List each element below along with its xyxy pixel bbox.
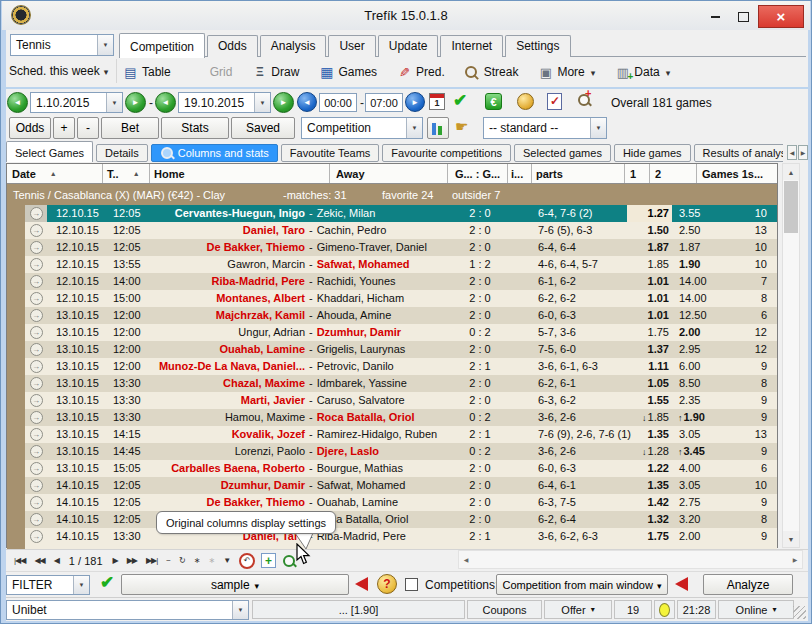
tab-settings[interactable]: Settings (505, 35, 570, 57)
row-open-cell[interactable] (25, 494, 47, 511)
schedule-dropdown[interactable]: Sched. this week (9, 64, 108, 78)
open-game-icon[interactable] (30, 445, 43, 458)
table-row[interactable]: 13.10.15 13:30 Chazal, Maxime - Idmbarek… (7, 375, 777, 392)
filter-check-icon[interactable]: ✔ (100, 572, 114, 593)
header-odds1[interactable]: 1 (625, 164, 650, 183)
open-game-icon[interactable] (30, 326, 43, 339)
vertical-scrollbar[interactable]: ▲ ▼ (782, 163, 800, 548)
toolbar-more[interactable]: More (538, 65, 595, 80)
button-bet[interactable]: Bet (101, 117, 159, 139)
row-open-cell[interactable] (25, 324, 47, 341)
date-to-prev-icon[interactable]: ◄ (155, 92, 176, 113)
date-from-select[interactable]: 1.10.2015 (30, 92, 123, 113)
horizontal-scrollbar[interactable]: ◀ ▶ (458, 550, 803, 569)
chevron-down-icon[interactable] (254, 93, 270, 112)
date-to-next-icon[interactable]: ► (273, 92, 294, 113)
sport-select[interactable]: Tennis (10, 34, 114, 56)
button-stats[interactable]: Stats (161, 117, 229, 139)
open-game-icon[interactable] (30, 343, 43, 356)
header-games[interactable]: Games 1s... (697, 164, 777, 183)
table-row[interactable]: 12.10.15 15:00 Montanes, Albert - Khadda… (7, 290, 777, 307)
header-i[interactable]: i... (508, 164, 532, 183)
chevron-down-icon[interactable] (106, 93, 122, 112)
nav-last-icon[interactable]: ▶▶| (146, 556, 157, 565)
open-game-icon[interactable] (30, 530, 43, 543)
open-game-icon[interactable] (30, 292, 43, 305)
open-game-icon[interactable] (30, 462, 43, 475)
toolbar-draw[interactable]: Draw (252, 65, 299, 80)
row-open-cell[interactable] (25, 375, 47, 392)
row-open-cell[interactable] (25, 341, 47, 358)
toolbar-streak[interactable]: Streak (465, 65, 519, 80)
original-columns-icon[interactable] (282, 554, 296, 568)
competition-source-select[interactable]: Competition from main window (496, 574, 668, 595)
tab-update[interactable]: Update (378, 35, 439, 57)
task-check-icon[interactable] (547, 93, 562, 110)
nav-prev-icon[interactable]: ◀ (54, 556, 59, 565)
header-parts[interactable]: parts (532, 164, 625, 183)
row-open-cell[interactable] (25, 273, 47, 290)
close-button[interactable] (758, 5, 804, 28)
nav-minus-icon[interactable]: − (166, 556, 170, 565)
open-game-icon[interactable] (30, 411, 43, 424)
row-open-cell[interactable] (25, 409, 47, 426)
standard-select[interactable]: -- standard -- (483, 117, 607, 139)
time-from-reset-icon[interactable]: ◄ (297, 92, 317, 112)
table-row[interactable]: 12.10.15 14:00 Riba-Madrid, Pere - Rachi… (7, 273, 777, 290)
maximize-button[interactable] (730, 7, 756, 27)
chevron-down-icon[interactable] (406, 118, 422, 138)
table-row[interactable]: 14.10.15 13:30 Daniel, Taro - Riba-Madri… (7, 528, 777, 545)
nav-fast-prev-icon[interactable]: ◀◀ (34, 556, 44, 565)
tab-internet[interactable]: Internet (440, 35, 503, 57)
header-time[interactable]: T..▲ (103, 164, 150, 183)
online-dropdown[interactable]: Online (718, 600, 794, 619)
view-tab-columns-and-stats[interactable]: Columns and stats (151, 144, 278, 162)
header-away[interactable]: Away (330, 164, 448, 183)
column-settings-icon[interactable] (427, 117, 449, 139)
apply-check-icon[interactable]: ✔ (453, 90, 467, 111)
view-tab-hide-games[interactable]: Hide games (614, 144, 691, 162)
header-odds2[interactable]: 2 (650, 164, 697, 183)
restore-columns-icon[interactable] (239, 553, 255, 569)
analyze-button[interactable]: Analyze (703, 574, 793, 595)
row-open-cell[interactable] (25, 358, 47, 375)
table-row[interactable]: 14.10.15 12:05 Dzumhur, Damir - Safwat, … (7, 477, 777, 494)
table-row[interactable]: 14.10.15 12:05 De Bakker, Thiemo - Ouaha… (7, 494, 777, 511)
nav-next-icon[interactable]: ▶ (113, 556, 118, 565)
tab-user[interactable]: User (328, 35, 375, 57)
table-row[interactable]: 13.10.15 15:05 Carballes Baena, Roberto … (7, 460, 777, 477)
nav-star-dim-icon[interactable]: ∗ (208, 556, 214, 565)
row-open-cell[interactable] (25, 290, 47, 307)
open-game-icon[interactable] (30, 360, 43, 373)
toolbar-data[interactable]: Data (615, 65, 670, 80)
button-odds[interactable]: Odds (9, 117, 51, 139)
time-from-input[interactable]: 00:00 (319, 93, 357, 112)
row-open-cell[interactable] (25, 477, 47, 494)
open-game-icon[interactable] (30, 377, 43, 390)
open-game-icon[interactable] (30, 224, 43, 237)
red-arrow-left-icon[interactable] (355, 577, 368, 591)
gold-hand-icon[interactable] (517, 93, 534, 110)
table-row[interactable]: 13.10.15 12:00 Ouahab, Lamine - Grigelis… (7, 341, 777, 358)
add-columns-icon[interactable] (261, 553, 276, 568)
coupons-panel[interactable]: Coupons (467, 600, 542, 619)
date-to-select[interactable]: 19.10.2015 (178, 92, 271, 113)
calendar-icon[interactable] (429, 93, 445, 110)
open-game-icon[interactable] (30, 428, 43, 441)
row-open-cell[interactable] (25, 528, 47, 545)
row-open-cell[interactable] (25, 205, 47, 222)
scrollbar-thumb[interactable] (784, 181, 798, 233)
sample-button[interactable]: sample (121, 574, 349, 595)
button-[interactable]: - (77, 117, 99, 139)
minimize-button[interactable] (702, 7, 728, 27)
open-game-icon[interactable] (30, 479, 43, 492)
resize-grip[interactable] (793, 606, 806, 619)
time-to-input[interactable]: 07:00 (365, 93, 403, 112)
open-game-icon[interactable] (30, 275, 43, 288)
red-arrow-left-icon[interactable] (675, 577, 688, 591)
toolbar-pred[interactable]: Pred. (397, 65, 445, 80)
bookmaker-select[interactable]: Unibet (6, 600, 249, 620)
row-open-cell[interactable] (25, 307, 47, 324)
scroll-up-icon[interactable]: ▲ (783, 164, 799, 180)
open-game-icon[interactable] (30, 309, 43, 322)
